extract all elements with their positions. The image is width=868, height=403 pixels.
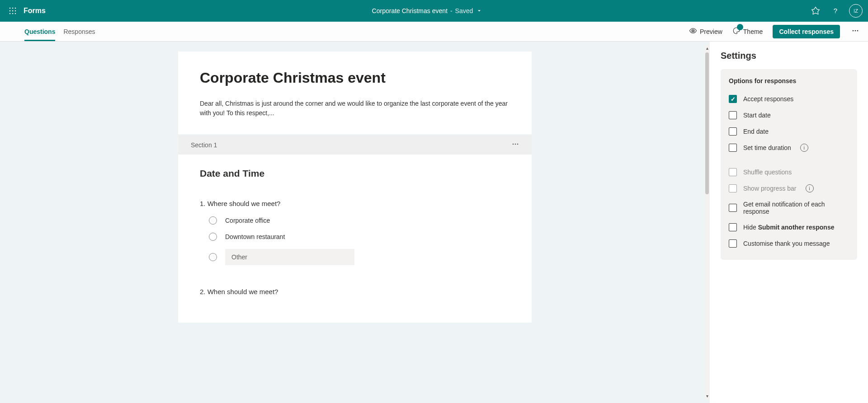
header-center: Corporate Christmas event - Saved bbox=[46, 7, 809, 14]
section-label[interactable]: Section 1 bbox=[191, 141, 217, 149]
svg-point-16 bbox=[517, 144, 519, 145]
checkbox-icon[interactable] bbox=[729, 184, 737, 192]
setting-end-date[interactable]: End date bbox=[729, 123, 849, 140]
panel-section-title: Options for responses bbox=[729, 77, 849, 84]
setting-hide-submit-another[interactable]: Hide Submit another response bbox=[729, 219, 849, 235]
preview-button[interactable]: Preview bbox=[689, 27, 722, 36]
vertical-scrollbar[interactable]: ▴ ▾ bbox=[704, 45, 710, 399]
section-more-icon[interactable] bbox=[512, 141, 519, 149]
checkbox-icon[interactable] bbox=[729, 239, 737, 248]
checkbox-icon[interactable] bbox=[729, 111, 737, 119]
checkbox-icon[interactable] bbox=[729, 204, 737, 212]
collect-responses-button[interactable]: Collect responses bbox=[773, 25, 840, 38]
question-2[interactable]: 2. When should we meet? bbox=[200, 288, 510, 295]
option-other-row[interactable]: Other bbox=[209, 249, 510, 265]
setting-label: Get email notification of each response bbox=[743, 201, 849, 215]
svg-point-5 bbox=[15, 10, 16, 12]
radio-icon[interactable] bbox=[209, 233, 217, 241]
svg-point-1 bbox=[12, 8, 14, 9]
setting-custom-thanks[interactable]: Customise thank you message bbox=[729, 235, 849, 252]
svg-point-14 bbox=[513, 144, 514, 145]
question-1[interactable]: 1. Where should we meet? Corporate offic… bbox=[200, 200, 510, 265]
eye-icon bbox=[689, 27, 697, 36]
scroll-up-icon[interactable]: ▴ bbox=[704, 45, 710, 52]
status-sep: - bbox=[450, 7, 453, 14]
setting-label: Shuffle questions bbox=[743, 169, 792, 176]
form-title[interactable]: Corporate Christmas event bbox=[200, 70, 510, 86]
account-avatar[interactable]: IZ bbox=[849, 4, 863, 18]
radio-icon[interactable] bbox=[209, 216, 217, 225]
app-launcher-icon[interactable] bbox=[5, 4, 20, 18]
svg-point-13 bbox=[857, 30, 859, 32]
theme-badge bbox=[737, 24, 743, 30]
svg-point-6 bbox=[9, 13, 11, 14]
more-options-icon[interactable] bbox=[850, 25, 861, 37]
setting-email-notification[interactable]: Get email notification of each response bbox=[729, 197, 849, 219]
theme-button[interactable]: Theme bbox=[732, 27, 763, 36]
label-part: Hide bbox=[743, 224, 758, 231]
svg-point-10 bbox=[693, 30, 694, 32]
settings-title: Settings bbox=[721, 51, 857, 61]
chevron-down-icon[interactable] bbox=[476, 7, 483, 14]
svg-point-3 bbox=[9, 10, 11, 12]
toolbar: Questions Responses Preview Theme Collec… bbox=[0, 22, 868, 42]
settings-sidebar: Settings Options for responses Accept re… bbox=[710, 42, 868, 403]
checkbox-icon[interactable] bbox=[729, 144, 737, 152]
tab-questions[interactable]: Questions bbox=[24, 22, 55, 41]
setting-progress-bar[interactable]: Show progress bar i bbox=[729, 180, 849, 197]
help-icon[interactable]: ? bbox=[829, 5, 842, 17]
option-row[interactable]: Corporate office bbox=[209, 216, 510, 225]
svg-point-0 bbox=[9, 8, 11, 9]
form-description[interactable]: Dear all, Christmas is just around the c… bbox=[200, 99, 510, 118]
svg-point-11 bbox=[853, 30, 854, 32]
app-header: Forms Corporate Christmas event - Saved … bbox=[0, 0, 868, 22]
info-icon[interactable]: i bbox=[806, 184, 814, 192]
svg-point-8 bbox=[15, 13, 16, 14]
setting-label: Accept responses bbox=[743, 95, 793, 103]
main-tabs: Questions Responses bbox=[24, 22, 95, 41]
option-row[interactable]: Downtown restaurant bbox=[209, 233, 510, 241]
svg-text:?: ? bbox=[834, 7, 837, 14]
setting-label: Show progress bar bbox=[743, 185, 797, 192]
radio-icon[interactable] bbox=[209, 253, 217, 261]
setting-start-date[interactable]: Start date bbox=[729, 107, 849, 123]
palette-icon bbox=[732, 27, 741, 36]
toolbar-actions: Preview Theme Collect responses bbox=[689, 25, 861, 38]
checkbox-icon[interactable] bbox=[729, 127, 737, 136]
other-input[interactable]: Other bbox=[225, 249, 354, 265]
section-bar: Section 1 bbox=[178, 135, 532, 155]
info-icon[interactable]: i bbox=[800, 144, 808, 152]
checkbox-icon[interactable] bbox=[729, 223, 737, 231]
setting-shuffle-questions[interactable]: Shuffle questions bbox=[729, 164, 849, 180]
save-status: Saved bbox=[455, 7, 473, 14]
settings-panel: Options for responses Accept responses S… bbox=[721, 69, 857, 260]
section-title[interactable]: Date and Time bbox=[200, 168, 510, 179]
svg-point-12 bbox=[855, 30, 856, 32]
app-name[interactable]: Forms bbox=[24, 7, 46, 15]
scroll-thumb[interactable] bbox=[705, 52, 709, 194]
canvas-area: Corporate Christmas event Dear all, Chri… bbox=[0, 42, 710, 403]
setting-label: Customise thank you message bbox=[743, 240, 830, 247]
title-card[interactable]: Corporate Christmas event Dear all, Chri… bbox=[178, 52, 532, 134]
setting-time-duration[interactable]: Set time duration i bbox=[729, 140, 849, 156]
setting-accept-responses[interactable]: Accept responses bbox=[729, 91, 849, 107]
setting-label: Start date bbox=[743, 112, 771, 119]
question-text: 1. Where should we meet? bbox=[200, 200, 510, 207]
setting-label: Hide Submit another response bbox=[743, 224, 835, 231]
premium-icon[interactable] bbox=[809, 5, 822, 17]
svg-point-15 bbox=[515, 144, 516, 145]
checkbox-icon[interactable] bbox=[729, 168, 737, 176]
setting-label: End date bbox=[743, 128, 769, 135]
svg-point-4 bbox=[12, 10, 14, 12]
question-text: 2. When should we meet? bbox=[200, 288, 510, 295]
scroll-down-icon[interactable]: ▾ bbox=[704, 393, 710, 399]
q-label: When should we meet? bbox=[208, 288, 278, 295]
tab-responses[interactable]: Responses bbox=[63, 22, 95, 41]
header-right: ? IZ bbox=[809, 4, 863, 18]
svg-point-7 bbox=[12, 13, 14, 14]
header-form-title[interactable]: Corporate Christmas event bbox=[372, 7, 448, 14]
q-prefix: 1. bbox=[200, 200, 206, 207]
option-label: Downtown restaurant bbox=[225, 233, 285, 240]
checkbox-icon[interactable] bbox=[729, 95, 737, 103]
q-prefix: 2. bbox=[200, 288, 206, 295]
